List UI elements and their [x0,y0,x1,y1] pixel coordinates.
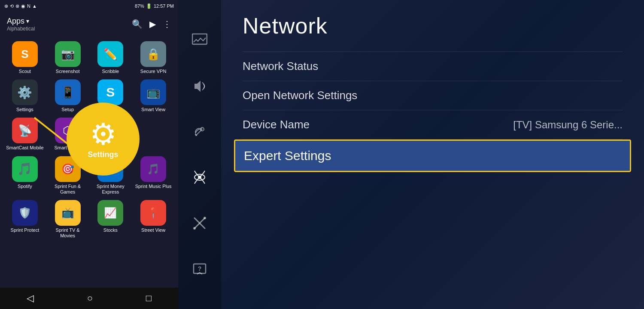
street-view-icon: 📍 [140,200,166,226]
spotify-icon: 🎵 [12,156,38,182]
settings-overlay-label: Settings [88,150,118,159]
tv-menu-expert-label: Expert Settings [244,148,331,163]
stocks-label: Stocks [103,227,118,233]
sprint-tv-icon: 📺 [55,200,81,226]
apps-title: Apps ▾ [7,17,35,26]
sprint-money-label: Sprint Money Express [91,184,130,195]
tv-sidebar-icon-tools[interactable] [187,210,213,236]
app-sprint-tv[interactable]: 📺 Sprint TV & Movies [49,200,87,239]
scribble-icon: ✏️ [97,41,123,67]
home-button[interactable]: ○ [87,293,93,304]
tv-sidebar-icon-sound[interactable] [187,73,213,99]
settings-icon: ⚙️ [12,79,38,105]
tv-sidebar-icon-help[interactable]: ? [187,256,213,282]
apps-row-5: 🛡️ Sprint Protect 📺 Sprint TV & Movies 📈… [0,198,178,240]
svg-point-9 [193,227,196,230]
search-icon[interactable]: 🔍 [132,19,143,29]
app-placeholder3 [134,118,173,151]
tv-sidebar-icon-image[interactable] [187,27,213,53]
tv-menu-device-name-label: Device Name [243,118,310,131]
tv-sidebar-icon-satellite[interactable] [187,119,213,145]
status-icon-6: ▲ [32,3,37,9]
svg-text:?: ? [198,265,202,272]
sprint-fun-label: Sprint Fun & Games [49,184,87,195]
sprint-protect-label: Sprint Protect [11,227,39,233]
app-secure-vpn[interactable]: 🔒 Secure VPN [134,41,173,74]
app-scout[interactable]: S Scout [6,41,44,74]
clock: 12:57 PM [154,3,174,9]
status-icon-2: ⟲ [10,3,14,9]
play-store-icon[interactable]: ▶ [149,19,156,29]
tv-menu-open-network-label: Open Network Settings [243,89,357,102]
more-options-icon[interactable]: ⋮ [163,19,171,29]
app-smartcast[interactable]: 📡 SmartCast Mobile [6,118,44,151]
status-bar: ⊕ ⟲ ⊗ ◉ N ▲ 87% 🔋 12:57 PM [0,0,178,12]
sprint-music-icon: 🎵 [140,156,166,182]
status-icon-1: ⊕ [4,3,8,9]
tv-menu-network-status[interactable]: Network Status [243,52,623,81]
sprint-tv-label: Sprint TV & Movies [49,227,87,239]
app-screenshot[interactable]: 📷 Screenshot [49,41,87,74]
app-scribble[interactable]: ✏️ Scribble [91,41,130,74]
battery-icon: 🔋 [146,3,152,9]
nav-bar: ◁ ○ □ [0,288,178,309]
scribble-label: Scribble [102,69,119,74]
apps-row-1: S Scout 📷 Screenshot ✏️ Scribble 🔒 [0,39,178,76]
header-actions: 🔍 ▶ ⋮ [132,19,171,29]
settings-label: Settings [16,107,33,112]
setup-label: Setup [61,107,74,112]
status-right: 87% 🔋 12:57 PM [135,3,174,9]
tv-sidebar-icon-network[interactable] [187,164,213,190]
smart-view-label: Smart View [141,107,165,112]
scout-label: Scout [19,69,31,74]
phone-panel: ⊕ ⟲ ⊗ ◉ N ▲ 87% 🔋 12:57 PM Apps ▾ Alphab… [0,0,178,309]
smartcast-icon: 📡 [12,118,38,143]
screenshot-label: Screenshot [56,69,80,74]
app-stocks[interactable]: 📈 Stocks [91,200,130,239]
tv-panel: ? Network Network Status Open Network Se… [178,0,644,309]
app-setup[interactable]: 📱 Setup [49,79,87,112]
settings-overlay: ⚙ Settings [67,103,140,176]
secure-vpn-icon: 🔒 [140,41,166,67]
street-view-label: Street View [141,227,165,233]
app-smart-view[interactable]: 📺 Smart View [134,79,173,112]
app-spotify[interactable]: 🎵 Spotify [6,156,44,195]
app-street-view[interactable]: 📍 Street View [134,200,173,239]
recent-button[interactable]: □ [146,293,152,304]
app-sprint-protect[interactable]: 🛡️ Sprint Protect [6,200,44,239]
app-header: Apps ▾ Alphabetical 🔍 ▶ ⋮ [0,12,178,36]
tv-sidebar: ? [178,0,221,309]
svg-point-10 [204,217,206,219]
status-icon-5: N [27,3,30,9]
app-sprint-music[interactable]: 🎵 Sprint Music Plus [134,156,173,195]
spotify-label: Spotify [18,184,32,189]
tv-menu-expert-settings[interactable]: Expert Settings [234,139,631,172]
skype-icon: S [97,79,123,105]
tv-menu-device-name[interactable]: Device Name [TV] Samsung 6 Serie... [243,110,623,139]
apps-sort: Alphabetical [7,26,35,32]
tv-menu-network-status-label: Network Status [243,60,318,73]
svg-point-4 [195,134,197,136]
app-settings[interactable]: ⚙️ Settings [6,79,44,112]
settings-gear-big: ⚙ [90,119,117,149]
setup-icon: 📱 [55,79,81,105]
sprint-music-label: Sprint Music Plus [135,184,172,189]
screenshot-icon: 📷 [55,41,81,67]
header-left: Apps ▾ Alphabetical [7,17,35,32]
tv-menu-device-name-value: [TV] Samsung 6 Serie... [513,119,623,131]
smartcast-label: SmartCast Mobile [6,145,43,151]
status-icon-4: ◉ [21,3,25,9]
placeholder-icon3 [140,118,166,143]
dropdown-icon[interactable]: ▾ [26,18,29,24]
smart-view-icon: 📺 [140,79,166,105]
secure-vpn-label: Secure VPN [140,69,167,74]
tv-menu-open-network[interactable]: Open Network Settings [243,81,623,110]
stocks-icon: 📈 [97,200,123,226]
status-left-icons: ⊕ ⟲ ⊗ ◉ N ▲ [4,3,37,9]
battery-level: 87% [135,3,144,9]
status-icon-3: ⊗ [15,3,19,9]
tv-section-title: Network [243,13,623,39]
sprint-protect-icon: 🛡️ [12,200,38,226]
back-button[interactable]: ◁ [27,293,34,304]
tv-main: Network Network Status Open Network Sett… [221,0,644,309]
